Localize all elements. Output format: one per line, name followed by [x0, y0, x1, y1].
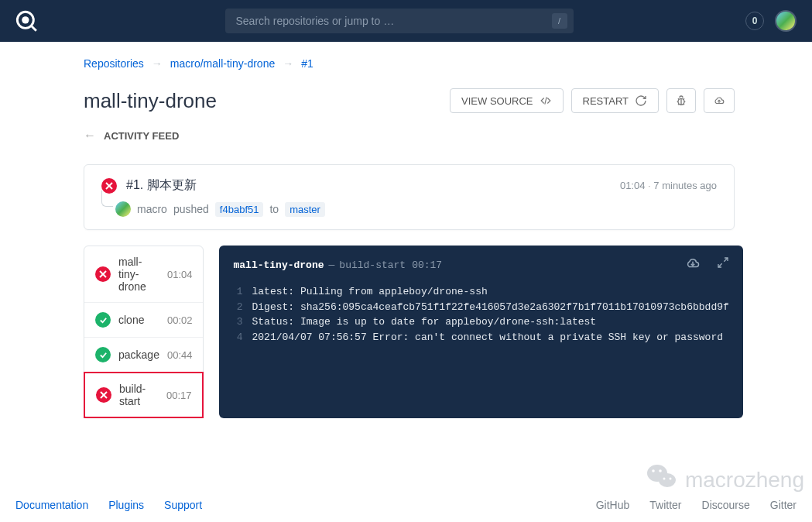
footer-link[interactable]: GitHub	[596, 499, 630, 511]
stage-item[interactable]: clone00:02	[84, 303, 203, 338]
svg-point-24	[652, 469, 655, 472]
status-fail-icon	[95, 266, 111, 282]
status-fail-icon	[96, 387, 111, 403]
svg-point-25	[659, 469, 662, 472]
log-line-number: 2	[233, 300, 242, 315]
log-lines: 1latest: Pulling from appleboy/drone-ssh…	[233, 284, 728, 345]
log-line-text: latest: Pulling from appleboy/drone-ssh	[252, 284, 487, 300]
view-source-label: VIEW SOURCE	[461, 95, 533, 107]
svg-point-22	[647, 465, 667, 482]
build-title: #1. 脚本更新	[126, 177, 197, 194]
user-avatar[interactable]	[775, 10, 797, 32]
svg-line-11	[684, 104, 684, 105]
breadcrumb-repo[interactable]: macro/mall-tiny-drone	[170, 57, 275, 70]
code-icon	[540, 95, 552, 106]
svg-line-9	[684, 98, 684, 99]
status-success-icon	[95, 347, 111, 362]
stage-duration: 00:44	[167, 349, 193, 361]
log-line-text: Digest: sha256:095ca4ceafcb751f1f22fe416…	[252, 300, 728, 315]
deploy-button[interactable]	[704, 88, 735, 113]
notification-badge[interactable]: 0	[745, 12, 764, 30]
commit-link[interactable]: f4babf51	[215, 202, 264, 217]
svg-line-21	[718, 263, 722, 267]
breadcrumb: Repositories → macro/mall-tiny-drone → #…	[84, 57, 735, 70]
footer-link[interactable]: Documentation	[15, 499, 88, 511]
search-box: /	[225, 9, 574, 33]
footer-link[interactable]: Gitter	[770, 499, 797, 511]
stage-name: clone	[118, 314, 159, 326]
expand-log-icon[interactable]	[717, 256, 729, 273]
log-line: 42021/04/07 07:56:57 Error: can't connec…	[233, 330, 728, 345]
stage-item[interactable]: build-start00:17	[84, 372, 204, 418]
author-avatar	[115, 201, 131, 217]
app-logo[interactable]	[15, 10, 37, 32]
stage-name: package	[118, 349, 159, 361]
log-panel: mall-tiny-drone — build-start 00:17 1lat…	[219, 246, 742, 418]
svg-point-1	[22, 16, 29, 23]
log-line-text: Status: Image is up to date for appleboy…	[252, 314, 596, 330]
search-input[interactable]	[225, 9, 574, 33]
view-source-button[interactable]: VIEW SOURCE	[450, 88, 563, 113]
svg-line-20	[724, 258, 728, 262]
breadcrumb-repos[interactable]: Repositories	[84, 57, 144, 70]
footer: DocumentationPluginsSupport GitHubTwitte…	[0, 488, 812, 522]
chevron-right-icon: →	[152, 57, 163, 70]
activity-feed-link[interactable]: ← ACTIVITY FEED	[84, 129, 735, 143]
build-verb: pushed	[173, 203, 209, 215]
stage-item[interactable]: mall-tiny-drone01:04	[84, 246, 203, 303]
breadcrumb-build[interactable]: #1	[301, 57, 313, 70]
log-line: 1latest: Pulling from appleboy/drone-ssh	[233, 284, 728, 300]
stage-duration: 00:02	[167, 314, 193, 326]
log-line: 3Status: Image is up to date for applebo…	[233, 314, 728, 330]
build-summary-card: #1. 脚本更新 01:04 · 7 minutes ago macro pus…	[84, 164, 735, 230]
svg-line-8	[678, 98, 679, 99]
stage-name: build-start	[119, 383, 159, 407]
stage-name: mall-tiny-drone	[118, 256, 159, 293]
svg-point-23	[659, 473, 676, 487]
download-log-icon[interactable]	[686, 256, 700, 273]
build-time: 01:04 · 7 minutes ago	[620, 180, 717, 191]
branch-link[interactable]: master	[285, 202, 325, 217]
chevron-right-icon: →	[283, 57, 293, 70]
cloud-upload-icon	[712, 95, 726, 106]
log-line-number: 3	[233, 314, 242, 330]
stage-duration: 00:17	[166, 390, 192, 401]
log-title-duration: 00:17	[412, 259, 442, 271]
app-header: / 0	[0, 0, 812, 42]
footer-link[interactable]: Twitter	[649, 499, 681, 511]
build-to: to	[269, 203, 279, 215]
build-meta: macro pushed f4babf51 to master	[109, 201, 717, 217]
refresh-icon	[635, 94, 647, 107]
svg-point-27	[669, 478, 671, 480]
activity-feed-label: ACTIVITY FEED	[104, 130, 179, 142]
log-line: 2Digest: sha256:095ca4ceafcb751f1f22fe41…	[233, 300, 728, 315]
log-title-separator: —	[329, 259, 335, 271]
bug-icon	[675, 94, 687, 107]
log-line-number: 1	[233, 284, 242, 300]
page-title: mall-tiny-drone	[84, 89, 217, 113]
log-title-repo: mall-tiny-drone	[233, 259, 324, 271]
svg-line-3	[544, 97, 546, 104]
build-author: macro	[137, 203, 167, 215]
restart-button[interactable]: RESTART	[571, 88, 659, 113]
log-line-text: 2021/04/07 07:56:57 Error: can't connect…	[252, 330, 723, 345]
arrow-left-icon: ←	[84, 129, 96, 143]
restart-label: RESTART	[583, 95, 629, 107]
log-line-number: 4	[233, 330, 242, 345]
log-title-step: build-start	[339, 259, 406, 271]
footer-link[interactable]: Plugins	[108, 499, 144, 511]
stage-duration: 01:04	[167, 269, 193, 280]
stage-item[interactable]: package00:44	[84, 338, 203, 373]
debug-button[interactable]	[666, 88, 696, 113]
footer-link[interactable]: Discourse	[702, 499, 750, 511]
svg-line-2	[32, 26, 36, 31]
svg-point-26	[663, 478, 665, 480]
footer-link[interactable]: Support	[164, 499, 202, 511]
status-success-icon	[95, 312, 111, 328]
search-kbd-hint: /	[552, 13, 567, 29]
svg-line-10	[678, 104, 679, 105]
stage-list: mall-tiny-drone01:04clone00:02package00:…	[84, 246, 204, 418]
